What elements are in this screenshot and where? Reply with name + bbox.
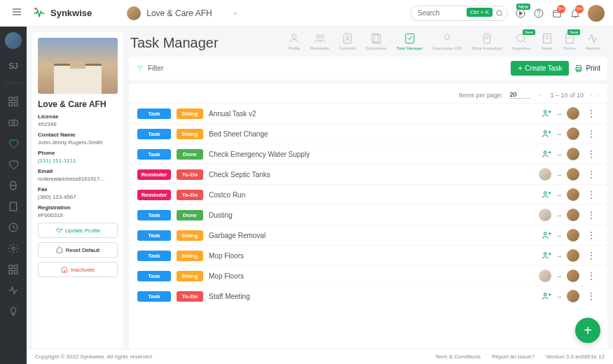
- task-row[interactable]: TaskDoingGarbage Removal→⋮: [129, 225, 607, 245]
- sidebar-settings[interactable]: [8, 243, 19, 254]
- search-input[interactable]: [410, 6, 508, 21]
- phone-value[interactable]: (111) 111-1111: [38, 158, 118, 164]
- sidebar-care[interactable]: [8, 138, 19, 149]
- task-row[interactable]: TaskDoneDusting→⋮: [129, 204, 607, 225]
- more-button[interactable]: ⋮: [584, 190, 599, 200]
- type-chip: Reminder: [137, 190, 171, 200]
- reg-label: Registration: [38, 204, 118, 211]
- print-button[interactable]: Print: [574, 61, 600, 76]
- sidebar-vitals[interactable]: [8, 285, 19, 296]
- more-button[interactable]: ⋮: [584, 129, 599, 139]
- more-button[interactable]: ⋮: [584, 251, 599, 260]
- more-button[interactable]: ⋮: [584, 108, 599, 118]
- notes-icon: [541, 32, 553, 45]
- chevron-down-icon: [232, 10, 239, 17]
- sidebar-clock[interactable]: [8, 222, 19, 233]
- tab-inspection[interactable]: NewInspection: [512, 32, 531, 50]
- sidebar-dashboard[interactable]: [8, 96, 19, 107]
- reset-default-button[interactable]: Reset Default: [38, 242, 118, 258]
- tab-mock[interactable]: Mock Inspection: [471, 32, 502, 50]
- svg-rect-28: [14, 270, 18, 274]
- sidebar-camera[interactable]: [8, 117, 19, 128]
- pager-label: Items per page:: [459, 92, 503, 99]
- sidebar-heart[interactable]: [8, 159, 19, 170]
- tab-forms[interactable]: NewForms: [563, 32, 576, 50]
- page-size-select[interactable]: 20: [509, 91, 530, 99]
- inbox-button[interactable]: 9+: [551, 8, 563, 19]
- svg-line-70: [524, 41, 526, 43]
- tab-evac[interactable]: Evacuation Drill: [433, 32, 462, 50]
- task-name: Garbage Removal: [209, 232, 536, 239]
- filter-button[interactable]: Filter: [136, 64, 163, 73]
- tab-profile[interactable]: Profile: [288, 32, 301, 50]
- task-row[interactable]: ReminderTo-DoCostco Run→⋮: [129, 184, 607, 204]
- brand-logo[interactable]: Synkwise: [32, 6, 92, 20]
- reports-icon: [586, 32, 599, 45]
- sidebar-avatar[interactable]: [5, 32, 22, 49]
- tour-button[interactable]: New: [515, 8, 526, 19]
- task-row[interactable]: TaskDoingAnnual Task v2→⋮: [129, 103, 607, 123]
- arrow-icon: →: [556, 191, 563, 199]
- svg-rect-20: [10, 202, 16, 211]
- sidebar: SJ: [0, 27, 27, 364]
- create-task-button[interactable]: +Create Task: [511, 61, 569, 76]
- task-row[interactable]: TaskDoneCheck Emergency Water Supply→⋮: [129, 144, 607, 164]
- assignee-avatar: [567, 188, 579, 201]
- more-button[interactable]: ⋮: [584, 149, 599, 159]
- notifications-button[interactable]: 9+: [570, 8, 581, 19]
- user-avatar[interactable]: [588, 5, 605, 22]
- divider: [5, 83, 22, 83]
- assignee-avatar: [567, 107, 579, 120]
- arrow-icon: →: [556, 130, 563, 138]
- svg-point-49: [544, 232, 547, 235]
- tab-notes[interactable]: Notes: [541, 32, 553, 50]
- search-icon: [495, 9, 504, 18]
- status-chip: Doing: [177, 230, 203, 241]
- facility-name: Love & Care AFH: [38, 99, 118, 109]
- assigner-icon: [542, 108, 551, 118]
- tab-label: Documents: [366, 46, 387, 50]
- search-box[interactable]: Ctrl + K: [410, 6, 508, 21]
- tab-residents[interactable]: Residents: [310, 32, 329, 50]
- tab-documents[interactable]: Documents: [366, 32, 387, 50]
- pager-next[interactable]: ›: [597, 92, 599, 99]
- more-button[interactable]: ⋮: [584, 271, 599, 281]
- tab-contacts[interactable]: Contacts: [339, 32, 356, 50]
- more-button[interactable]: ⋮: [584, 291, 599, 301]
- terms-link[interactable]: Term & Conditions: [435, 354, 481, 360]
- assigner-icon: [542, 149, 551, 159]
- location-selector[interactable]: Love & Care AFH: [127, 6, 238, 20]
- task-row[interactable]: TaskTo-DoStaff Meeting→⋮: [129, 286, 607, 306]
- email-value[interactable]: notarealaddress8181917...: [38, 176, 118, 182]
- sidebar-idea[interactable]: [8, 306, 19, 317]
- reg-value: #F000318: [38, 212, 118, 218]
- report-issue-link[interactable]: Report an Issue?: [492, 354, 535, 360]
- inactivate-button[interactable]: Inactivate: [38, 262, 118, 277]
- license-label: License: [38, 113, 118, 120]
- assigner-icon: [542, 129, 551, 139]
- fab-add[interactable]: +: [575, 318, 600, 343]
- task-row[interactable]: TaskDoingMop Floors→⋮: [129, 265, 607, 286]
- menu-toggle[interactable]: [8, 4, 25, 23]
- more-button[interactable]: ⋮: [584, 169, 599, 179]
- brand-name: Synkwise: [50, 8, 92, 18]
- help-button[interactable]: [533, 8, 544, 19]
- sidebar-meds[interactable]: [8, 180, 19, 191]
- task-row[interactable]: ReminderTo-DoCheck Septic Tanks→⋮: [129, 164, 607, 184]
- more-button[interactable]: ⋮: [584, 230, 599, 240]
- svg-rect-27: [9, 270, 13, 274]
- task-row[interactable]: TaskDoingBed Sheet Change→⋮: [129, 123, 607, 144]
- tab-task-manager[interactable]: Task Manager: [397, 32, 423, 50]
- sidebar-building[interactable]: [8, 201, 19, 212]
- tab-label: Profile: [289, 46, 301, 50]
- arrow-icon: →: [556, 252, 563, 260]
- sidebar-initials: SJ: [9, 62, 18, 70]
- documents-icon: [370, 32, 383, 45]
- filter-label: Filter: [148, 64, 163, 72]
- more-button[interactable]: ⋮: [584, 210, 599, 220]
- pager-prev[interactable]: ‹: [591, 92, 593, 99]
- tab-reports[interactable]: Reports: [586, 32, 600, 50]
- update-profile-button[interactable]: Update Profile: [38, 223, 118, 238]
- task-row[interactable]: TaskDoingMop Floors→⋮: [129, 245, 607, 265]
- sidebar-apps[interactable]: [8, 264, 19, 275]
